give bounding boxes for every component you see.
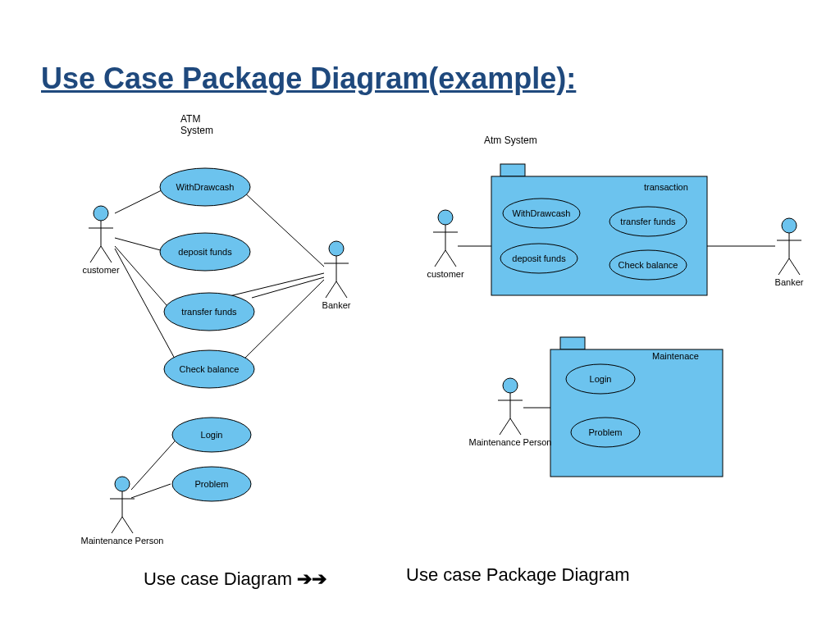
usecase-transfer: transfer funds (181, 307, 237, 317)
svg-line-0 (115, 187, 168, 213)
usecase-deposit: deposit funds (178, 247, 232, 257)
svg-point-61 (782, 218, 797, 233)
svg-point-22 (329, 241, 344, 256)
svg-point-67 (503, 378, 518, 393)
actor-banker-right: Banker (775, 218, 804, 287)
actor-maintenance-left: Maintenance Person (81, 477, 164, 546)
svg-text:Maintenance Person: Maintenance Person (81, 536, 164, 546)
svg-line-20 (101, 246, 112, 262)
svg-rect-48 (560, 337, 585, 349)
actor-banker-left: Banker (322, 241, 351, 310)
svg-line-71 (510, 418, 521, 435)
usecase-problem: Problem (195, 479, 229, 489)
svg-line-26 (336, 281, 347, 298)
svg-text:Banker: Banker (775, 277, 804, 287)
actor-customer-left: customer (82, 206, 120, 275)
svg-line-31 (112, 517, 122, 533)
svg-point-16 (94, 206, 108, 221)
svg-rect-38 (491, 176, 707, 295)
svg-line-7 (238, 280, 324, 365)
usecase-withdraw: WithDrawcash (176, 182, 235, 192)
package-maintenance: Maintenace Login Problem (550, 337, 723, 477)
svg-text:Banker: Banker (322, 300, 351, 310)
svg-line-32 (122, 517, 133, 533)
svg-line-1 (115, 238, 167, 252)
svg-text:Check balance: Check balance (619, 260, 678, 270)
svg-point-55 (438, 210, 453, 225)
svg-line-6 (252, 277, 324, 298)
diagram-canvas: WithDrawcash deposit funds transfer fund… (0, 0, 840, 630)
svg-line-19 (90, 246, 101, 262)
usecase-login: Login (201, 430, 223, 440)
svg-line-64 (778, 258, 789, 275)
svg-text:customer: customer (82, 265, 120, 275)
svg-rect-37 (500, 164, 525, 176)
actor-maintenance-right: Maintenance Person (469, 378, 552, 447)
svg-line-70 (500, 418, 510, 435)
svg-text:deposit funds: deposit funds (512, 253, 566, 263)
svg-line-65 (789, 258, 800, 275)
svg-text:customer: customer (427, 269, 464, 279)
actor-customer-right: customer (427, 210, 464, 279)
svg-text:Maintenance Person: Maintenance Person (469, 437, 552, 447)
svg-text:Login: Login (590, 374, 612, 384)
svg-line-58 (435, 250, 445, 267)
package-transaction: transaction WithDrawcash transfer funds … (491, 164, 707, 295)
svg-line-59 (445, 250, 456, 267)
svg-text:transaction: transaction (644, 182, 688, 192)
svg-text:Problem: Problem (589, 427, 623, 437)
svg-text:transfer funds: transfer funds (620, 217, 676, 226)
svg-text:WithDrawcash: WithDrawcash (513, 208, 571, 218)
svg-line-9 (131, 484, 171, 498)
left-usecases: WithDrawcash deposit funds transfer fund… (160, 168, 254, 501)
svg-line-4 (242, 190, 324, 267)
svg-text:Maintenace: Maintenace (652, 351, 699, 361)
svg-line-25 (326, 281, 336, 298)
svg-point-28 (115, 477, 130, 491)
usecase-check: Check balance (180, 364, 240, 374)
